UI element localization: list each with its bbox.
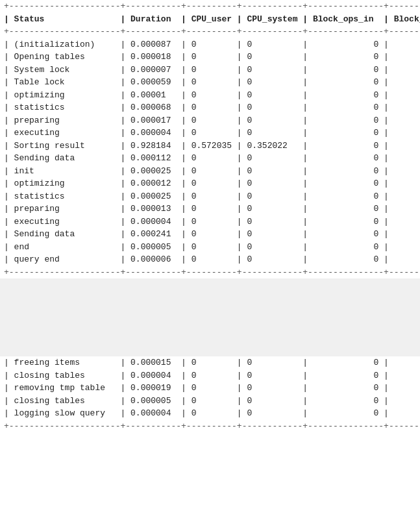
table-row: | Sending data | 0.000112 | 0 | 0 | 0 | … — [0, 152, 420, 165]
separator-bottom-2: +----------------------+-----------+----… — [0, 420, 420, 433]
table-row: | closing tables | 0.000004 | 0 | 0 | 0 … — [0, 369, 420, 382]
table-row: | closing tables | 0.000005 | 0 | 0 | 0 … — [0, 395, 420, 408]
table-row: | executing | 0.000004 | 0 | 0 | 0 | 0 | — [0, 127, 420, 140]
separator-bottom-1: +----------------------+-----------+----… — [0, 266, 420, 279]
page: +----------------------+-----------+----… — [0, 0, 420, 507]
table-row: | preparing | 0.000013 | 0 | 0 | 0 | 0 | — [0, 203, 420, 216]
table-body-1: | (initialization) | 0.000087 | 0 | 0 | … — [0, 38, 420, 266]
table-row: | freeing items | 0.000015 | 0 | 0 | 0 |… — [0, 356, 420, 369]
table-row: | optimizing | 0.000012 | 0 | 0 | 0 | 0 … — [0, 177, 420, 190]
table-row: | init | 0.000025 | 0 | 0 | 0 | 0 | — [0, 165, 420, 178]
table-row: | Table lock | 0.000059 | 0 | 0 | 0 | 0 … — [0, 76, 420, 89]
table-row: | Sorting result | 0.928184 | 0.572035 |… — [0, 140, 420, 153]
table-row: | removing tmp table | 0.000019 | 0 | 0 … — [0, 382, 420, 395]
separator-mid-1: +----------------------+-----------+----… — [0, 25, 420, 38]
table-row: | statistics | 0.000068 | 0 | 0 | 0 | 0 … — [0, 101, 420, 114]
section-1: +----------------------+-----------+----… — [0, 0, 420, 278]
table-row: | System lock | 0.000007 | 0 | 0 | 0 | 0… — [0, 64, 420, 77]
table-row: | Opening tables | 0.000018 | 0 | 0 | 0 … — [0, 51, 420, 64]
table-row: | optimizing | 0.00001 | 0 | 0 | 0 | 0 | — [0, 89, 420, 102]
table-row: | Sending data | 0.000241 | 0 | 0 | 0 | … — [0, 228, 420, 241]
separator-top-1: +----------------------+-----------+----… — [0, 0, 420, 13]
table-row: | executing | 0.000004 | 0 | 0 | 0 | 0 | — [0, 216, 420, 229]
table-row: | logging slow query | 0.000004 | 0 | 0 … — [0, 407, 420, 420]
table-body-2: | freeing items | 0.000015 | 0 | 0 | 0 |… — [0, 356, 420, 420]
gap-section — [0, 278, 420, 356]
section-2: | freeing items | 0.000015 | 0 | 0 | 0 |… — [0, 356, 420, 432]
table-row: | preparing | 0.000017 | 0 | 0 | 0 | 0 | — [0, 114, 420, 127]
table-row: | (initialization) | 0.000087 | 0 | 0 | … — [0, 38, 420, 51]
table-row: | end | 0.000005 | 0 | 0 | 0 | 0 | — [0, 241, 420, 254]
table-header: | Status | Duration | CPU_user | CPU_sys… — [0, 13, 420, 26]
table-row: | statistics | 0.000025 | 0 | 0 | 0 | 0 … — [0, 190, 420, 203]
table-row: | query end | 0.000006 | 0 | 0 | 0 | 0 | — [0, 253, 420, 266]
